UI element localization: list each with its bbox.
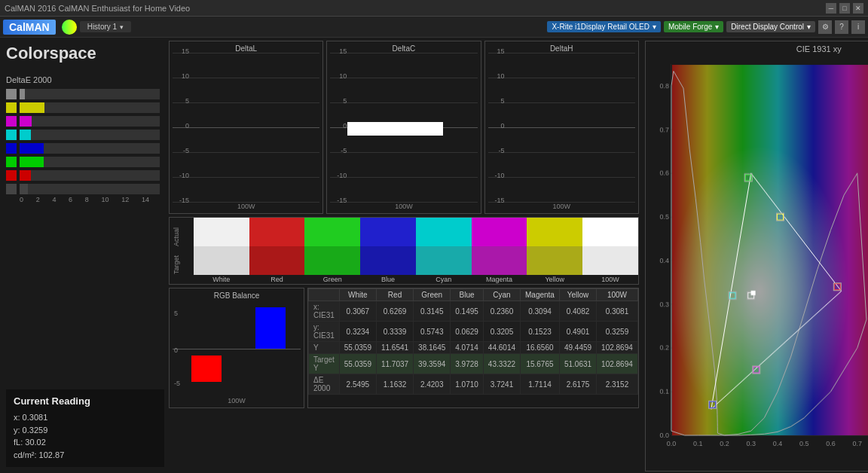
bar-row-3 (6, 130, 160, 140)
main-content: Colorspace DeltaE 2000 0 2 4 6 8 10 12 1… (0, 38, 868, 473)
info-button[interactable]: i (851, 20, 865, 34)
swatch-actual-magenta (472, 218, 527, 246)
deltaL-grid: 15 10 5 0 -5 -10 -15 (173, 53, 319, 203)
rgb-y-mid: 0 (174, 346, 178, 354)
bar-fill-3 (20, 130, 31, 140)
swatch-actual-red (249, 218, 305, 246)
bar-fill-7 (20, 184, 28, 194)
minimize-button[interactable]: ─ (826, 3, 836, 14)
table-body: x: CIE310.30670.62690.31450.14950.23600.… (309, 301, 638, 395)
bar-row-1 (6, 102, 160, 113)
swatch-labels: Actual Target (170, 218, 194, 284)
calman-logo: CalMAN (3, 20, 56, 35)
cell-1-4: 0.3205 (483, 322, 520, 342)
bar-fill-4 (20, 143, 44, 154)
cell-4-7: 2.3152 (597, 374, 638, 395)
bottom-row: RGB Balance 5 0 -5 100W (169, 288, 639, 408)
cell-1-0: 0.3234 (339, 322, 376, 342)
deltaH-grid: 15 10 5 0 -5 -10 -15 (488, 53, 635, 203)
table-row-4: ΔE 20002.54951.16322.42031.07103.72411.7… (309, 374, 638, 395)
bar-track-5 (20, 157, 160, 167)
rgb-blue-bar (255, 307, 286, 349)
delta-charts-row: DeltaL 15 10 5 0 -5 -10 -15 100W DeltaC … (169, 41, 639, 214)
close-button[interactable]: ✕ (853, 3, 863, 14)
cell-2-4: 44.6014 (483, 342, 520, 354)
colorspace-title: Colorspace (6, 44, 160, 66)
cell-4-1: 1.1632 (376, 374, 413, 395)
row-label-1: y: CIE31 (309, 322, 340, 342)
deltae-section: DeltaE 2000 0 2 4 6 8 10 12 14 (6, 72, 160, 206)
bar-track-6 (20, 170, 160, 181)
col-header-magenta: Magenta (521, 289, 560, 301)
bar-row-6 (6, 170, 160, 181)
center-panel: DeltaL 15 10 5 0 -5 -10 -15 100W DeltaC … (166, 38, 642, 473)
table-row-2: Y55.035911.654138.16454.071444.601416.65… (309, 342, 638, 354)
cell-0-3: 0.1495 (451, 301, 484, 322)
col-header-red: Red (376, 289, 413, 301)
swatch-label-100w: 100W (582, 275, 638, 284)
swatch-col-white: White (194, 218, 249, 284)
swatch-col-yellow: Yellow (527, 218, 582, 284)
cell-1-7: 0.3259 (597, 322, 638, 342)
cell-3-2: 39.3594 (414, 354, 451, 374)
bar-fill-5 (20, 157, 44, 167)
swatch-col-magenta: Magenta (472, 218, 527, 284)
bar-swatch-6 (6, 170, 17, 181)
swatch-target-blue (360, 246, 416, 275)
table-row-1: y: CIE310.32340.33390.57430.06290.32050.… (309, 322, 638, 342)
cell-0-5: 0.3094 (521, 301, 560, 322)
bar-swatch-7 (6, 184, 17, 194)
title-bar: CalMAN 2016 CalMAN Enthusiast for Home V… (0, 0, 868, 17)
device2-label: Mobile Forge (668, 23, 712, 31)
swatch-label-blue: Blue (360, 275, 416, 284)
settings-button[interactable]: ⚙ (818, 20, 832, 34)
cell-2-0: 55.0359 (339, 342, 376, 354)
cie-chart-area (649, 56, 868, 454)
swatch-col-100w: 100W (582, 218, 638, 284)
right-panel: CIE 1931 xy Gamut Coverage: 87.8% (642, 38, 868, 473)
cell-1-6: 0.4901 (559, 322, 596, 342)
swatch-col-cyan: Cyan (416, 218, 472, 284)
swatch-target-green (304, 246, 360, 275)
rgb-balance-chart: RGB Balance 5 0 -5 100W (169, 288, 304, 408)
col-header-green: Green (414, 289, 451, 301)
measurements-table: White Red Green Blue Cyan Magenta Yellow… (308, 288, 638, 395)
swatch-target-white (194, 246, 249, 275)
cell-4-0: 2.5495 (339, 374, 376, 395)
bar-swatch-0 (6, 89, 17, 99)
bar-track-7 (20, 184, 160, 194)
cell-3-6: 51.0631 (559, 354, 596, 374)
menu-bar: CalMAN History 1 ▾ X-Rite i1Display Reta… (0, 17, 868, 38)
cell-1-5: 0.1523 (521, 322, 560, 342)
deltaL-chart: DeltaL 15 10 5 0 -5 -10 -15 100W (169, 41, 323, 214)
bar-swatch-2 (6, 116, 17, 127)
deltae-bar-chart (6, 89, 160, 194)
col-header-label (309, 289, 340, 301)
help-button[interactable]: ? (835, 20, 848, 34)
rgb-bar-area: 5 0 -5 (173, 300, 301, 397)
left-panel: Colorspace DeltaE 2000 0 2 4 6 8 10 12 1… (0, 38, 166, 473)
swatch-actual-100w (582, 218, 638, 246)
col-header-blue: Blue (451, 289, 484, 301)
maximize-button[interactable]: □ (839, 3, 850, 14)
cell-2-7: 102.8694 (597, 342, 638, 354)
cie-canvas (649, 56, 868, 454)
cell-0-4: 0.2360 (483, 301, 520, 322)
device2-group: Mobile Forge ▾ (664, 21, 723, 32)
bar-swatch-4 (6, 143, 17, 154)
cell-0-7: 0.3081 (597, 301, 638, 322)
device1-group: X-Rite i1Display Retail OLED ▾ (547, 21, 661, 32)
cell-3-0: 55.0359 (339, 354, 376, 374)
col-header-cyan: Cyan (483, 289, 520, 301)
cell-0-6: 0.4082 (559, 301, 596, 322)
swatch-col-green: Green (304, 218, 360, 284)
swatch-target-yellow (527, 246, 582, 275)
device1-label: X-Rite i1Display Retail OLED (552, 23, 649, 31)
history-tab[interactable]: History 1 ▾ (80, 21, 131, 32)
bar-row-5 (6, 157, 160, 167)
bar-fill-2 (20, 116, 32, 127)
rgb-y-bot: -5 (174, 380, 180, 387)
swatch-columns: WhiteRedGreenBlueCyanMagentaYellow100W (194, 218, 638, 284)
bar-track-0 (20, 89, 160, 99)
data-table: White Red Green Blue Cyan Magenta Yellow… (307, 288, 639, 408)
